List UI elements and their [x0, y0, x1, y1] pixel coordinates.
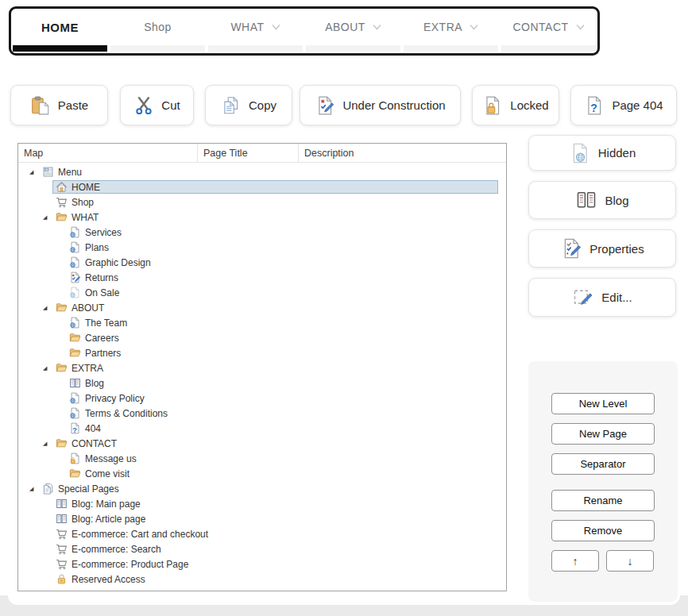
tree-row-404[interactable]: ?404 — [18, 421, 506, 436]
tree-row-label: Partners — [85, 348, 121, 359]
paste-button[interactable]: Paste — [10, 85, 108, 125]
properties-button[interactable]: Properties — [528, 229, 676, 268]
tree-row-on-sale[interactable]: On Sale — [18, 285, 506, 300]
tree-row-reserved-access[interactable]: Reserved Access — [18, 572, 506, 587]
tree-row-plans[interactable]: Plans — [18, 240, 506, 255]
tree-row-label: Menu — [58, 167, 82, 178]
cut-button[interactable]: Cut — [120, 85, 194, 125]
nav-item-label: EXTRA — [423, 21, 462, 33]
tree-row-message-us[interactable]: Message us — [18, 451, 506, 466]
expander-icon[interactable]: ◢ — [29, 486, 39, 492]
expander-icon[interactable]: ◢ — [43, 365, 52, 372]
tree-row-services[interactable]: Services — [18, 225, 506, 240]
nav-item-contact[interactable]: CONTACT — [500, 9, 597, 45]
lock-icon — [56, 573, 68, 585]
tree-row-terms-conditions[interactable]: Terms & Conditions — [18, 406, 506, 421]
nav-item-home[interactable]: HOME — [11, 9, 109, 45]
nav-item-extra[interactable]: EXTRA — [402, 9, 500, 45]
tree-row-content: Privacy Policy — [66, 391, 498, 405]
svg-text:?: ? — [591, 102, 598, 114]
indent-spacer — [29, 458, 56, 459]
tree-row-content: E-commerce: Cart and checkout — [52, 527, 498, 541]
indent-spacer — [29, 322, 56, 323]
page-lock-icon — [69, 452, 81, 464]
tree-row-label: Shop — [72, 197, 94, 208]
tree-row-privacy-policy[interactable]: Privacy Policy — [18, 391, 506, 406]
expander-icon[interactable]: ◢ — [43, 305, 52, 311]
tree-row-come-visit[interactable]: Come visit — [18, 466, 506, 481]
nav-item-what[interactable]: WHAT — [207, 9, 304, 45]
new-level-button[interactable]: New Level — [551, 393, 655, 414]
tree-row-label: E-commerce: Cart and checkout — [72, 529, 208, 540]
tree-row-blog-main-page[interactable]: Blog: Main page — [18, 496, 506, 511]
tree-row-graphic-design[interactable]: Graphic Design — [18, 255, 506, 270]
tree-row-special-pages[interactable]: ◢Special Pages — [18, 481, 506, 496]
tree-body: ◢MenuHOMEShop◢WHATServicesPlansGraphic D… — [18, 163, 506, 587]
indent-spacer — [29, 307, 43, 308]
tree-row-careers[interactable]: Careers — [18, 330, 506, 345]
column-header-page-title[interactable]: Page Title — [198, 144, 299, 162]
edit-button[interactable]: Edit... — [528, 278, 676, 317]
tree-row-label: ABOUT — [72, 302, 104, 314]
page-404-button[interactable]: ?Page 404 — [570, 85, 677, 125]
button-label: Page 404 — [612, 98, 663, 112]
tree-row-label: CONTACT — [72, 438, 117, 449]
expander-icon[interactable]: ◢ — [29, 169, 39, 175]
tree-row-shop[interactable]: Shop — [18, 194, 506, 210]
nav-item-about[interactable]: ABOUT — [304, 9, 402, 45]
tree-row-e-commerce-cart-and-checkout[interactable]: E-commerce: Cart and checkout — [18, 526, 506, 541]
svg-text:?: ? — [72, 426, 77, 434]
tree-row-contact[interactable]: ◢CONTACT — [18, 436, 506, 451]
under-construction-button[interactable]: Under Construction — [300, 85, 461, 125]
tree-row-content: E-commerce: Product Page — [52, 557, 498, 571]
locked-button[interactable]: Locked — [472, 85, 559, 125]
tree-row-partners[interactable]: Partners — [18, 345, 506, 360]
folder-icon — [56, 211, 68, 223]
nav-item-label: Shop — [144, 21, 172, 33]
rename-button[interactable]: Rename — [551, 490, 655, 511]
move-down-button[interactable]: ↓ — [606, 550, 654, 572]
under-construction-icon — [315, 95, 335, 116]
sitemap-tree: MapPage TitleDescription ◢MenuHOMEShop◢W… — [17, 143, 507, 591]
tree-row-menu[interactable]: ◢Menu — [18, 164, 506, 179]
tree-row-blog[interactable]: Blog — [18, 375, 506, 391]
locked-icon — [482, 95, 503, 116]
hidden-button[interactable]: Hidden — [528, 135, 676, 171]
nav-underline-segment — [110, 45, 205, 52]
expander-icon[interactable]: ◢ — [43, 441, 52, 447]
tree-row-extra[interactable]: ◢EXTRA — [18, 360, 506, 375]
indent-spacer — [29, 564, 43, 564]
tree-row-blog-article-page[interactable]: Blog: Article page — [18, 511, 506, 526]
tree-row-label: E-commerce: Product Page — [72, 559, 188, 570]
expander-icon[interactable]: ◢ — [43, 214, 52, 221]
tree-row-about[interactable]: ◢ABOUT — [18, 300, 506, 315]
tree-row-returns[interactable]: Returns — [18, 270, 506, 285]
copy-button[interactable]: Copy — [205, 85, 292, 125]
tree-row-e-commerce-product-page[interactable]: E-commerce: Product Page — [18, 556, 506, 572]
column-header-description[interactable]: Description — [299, 144, 506, 162]
tree-row-label: Terms & Conditions — [85, 408, 168, 419]
tree-row-label: Blog: Article page — [72, 514, 145, 525]
remove-button[interactable]: Remove — [551, 520, 655, 541]
new-page-button[interactable]: New Page — [551, 423, 655, 445]
tree-row-home[interactable]: HOME — [18, 179, 506, 194]
tree-row-label: EXTRA — [72, 363, 103, 374]
column-header-map[interactable]: Map — [18, 144, 198, 162]
button-label: Properties — [589, 242, 644, 256]
page-question-icon: ? — [69, 422, 81, 434]
nav-item-shop[interactable]: Shop — [109, 9, 207, 45]
blog-icon — [575, 189, 597, 211]
button-label: Paste — [58, 98, 88, 112]
move-up-button[interactable]: ↑ — [551, 550, 599, 572]
folder-icon — [69, 468, 81, 479]
indent-spacer — [29, 428, 56, 429]
chevron-down-icon — [272, 24, 280, 30]
tree-row-label: 404 — [85, 423, 101, 434]
separator-button[interactable]: Separator — [551, 453, 655, 475]
indent-spacer — [29, 202, 43, 202]
tree-row-e-commerce-search[interactable]: E-commerce: Search — [18, 541, 506, 556]
tree-row-the-team[interactable]: The Team — [18, 315, 506, 330]
blog-button[interactable]: Blog — [528, 181, 676, 219]
indent-spacer — [29, 503, 43, 504]
tree-row-what[interactable]: ◢WHAT — [18, 210, 506, 225]
